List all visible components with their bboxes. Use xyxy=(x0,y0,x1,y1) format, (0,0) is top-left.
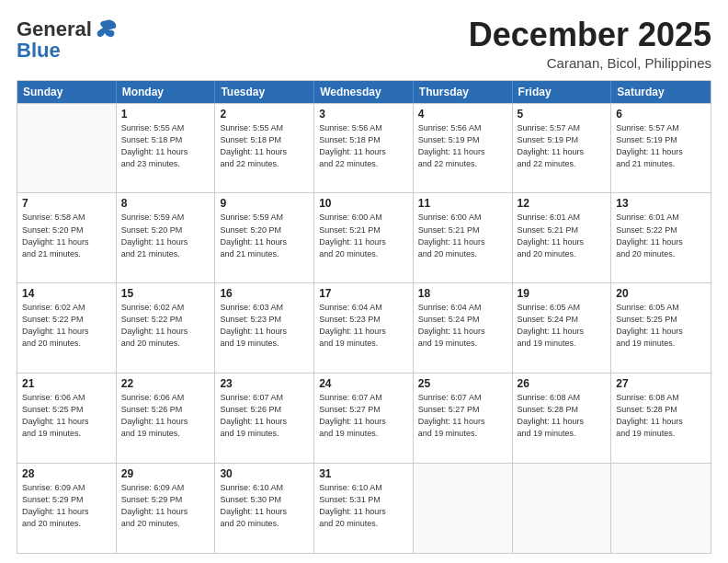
calendar-cell: 14Sunrise: 6:02 AM Sunset: 5:22 PM Dayli… xyxy=(17,283,117,373)
day-number: 25 xyxy=(418,377,507,390)
day-number: 13 xyxy=(616,197,706,210)
day-info: Sunrise: 6:08 AM Sunset: 5:28 PM Dayligh… xyxy=(616,392,706,440)
calendar-cell: 8Sunrise: 5:59 AM Sunset: 5:20 PM Daylig… xyxy=(117,193,216,282)
day-number: 15 xyxy=(121,287,210,300)
calendar-cell xyxy=(17,104,117,193)
logo-bird-icon xyxy=(94,17,119,42)
calendar-header-tuesday: Tuesday xyxy=(215,81,314,103)
calendar-week-2: 7Sunrise: 5:58 AM Sunset: 5:20 PM Daylig… xyxy=(17,192,711,282)
calendar-header-monday: Monday xyxy=(117,81,216,103)
calendar-cell xyxy=(513,464,612,553)
day-info: Sunrise: 5:59 AM Sunset: 5:20 PM Dayligh… xyxy=(121,212,210,259)
calendar-header: SundayMondayTuesdayWednesdayThursdayFrid… xyxy=(17,81,711,103)
day-info: Sunrise: 6:07 AM Sunset: 5:27 PM Dayligh… xyxy=(319,392,408,440)
day-info: Sunrise: 6:07 AM Sunset: 5:26 PM Dayligh… xyxy=(220,392,309,440)
calendar-cell: 12Sunrise: 6:01 AM Sunset: 5:21 PM Dayli… xyxy=(513,193,612,282)
day-number: 21 xyxy=(22,377,111,390)
day-number: 7 xyxy=(22,197,111,210)
calendar-cell xyxy=(611,464,711,553)
day-number: 24 xyxy=(319,377,408,390)
day-number: 18 xyxy=(418,287,507,300)
day-info: Sunrise: 6:01 AM Sunset: 5:21 PM Dayligh… xyxy=(518,212,607,259)
calendar-cell: 16Sunrise: 6:03 AM Sunset: 5:23 PM Dayli… xyxy=(215,283,314,373)
calendar-cell: 15Sunrise: 6:02 AM Sunset: 5:22 PM Dayli… xyxy=(117,283,216,373)
calendar-cell: 19Sunrise: 6:05 AM Sunset: 5:24 PM Dayli… xyxy=(513,283,612,373)
day-number: 26 xyxy=(518,377,607,390)
title-block: December 2025 Caranan, Bicol, Philippine… xyxy=(469,17,711,71)
day-number: 12 xyxy=(518,197,607,210)
day-info: Sunrise: 6:07 AM Sunset: 5:27 PM Dayligh… xyxy=(418,392,507,440)
calendar-cell: 3Sunrise: 5:56 AM Sunset: 5:18 PM Daylig… xyxy=(314,104,414,193)
day-info: Sunrise: 6:00 AM Sunset: 5:21 PM Dayligh… xyxy=(418,212,507,259)
day-info: Sunrise: 6:05 AM Sunset: 5:24 PM Dayligh… xyxy=(518,302,607,350)
calendar-week-3: 14Sunrise: 6:02 AM Sunset: 5:22 PM Dayli… xyxy=(17,282,711,373)
day-number: 10 xyxy=(319,197,408,210)
day-info: Sunrise: 6:10 AM Sunset: 5:30 PM Dayligh… xyxy=(220,482,309,530)
day-info: Sunrise: 5:57 AM Sunset: 5:19 PM Dayligh… xyxy=(518,122,607,170)
calendar-body: 1Sunrise: 5:55 AM Sunset: 5:18 PM Daylig… xyxy=(17,103,711,553)
calendar-cell: 13Sunrise: 6:01 AM Sunset: 5:22 PM Dayli… xyxy=(611,193,711,282)
day-number: 20 xyxy=(616,287,706,300)
calendar-cell: 6Sunrise: 5:57 AM Sunset: 5:19 PM Daylig… xyxy=(611,104,711,193)
day-info: Sunrise: 5:58 AM Sunset: 5:20 PM Dayligh… xyxy=(22,212,111,259)
calendar-cell: 2Sunrise: 5:55 AM Sunset: 5:18 PM Daylig… xyxy=(215,104,314,193)
day-number: 8 xyxy=(121,197,210,210)
calendar-cell: 20Sunrise: 6:05 AM Sunset: 5:25 PM Dayli… xyxy=(611,283,711,373)
day-number: 6 xyxy=(616,108,706,121)
calendar-cell: 4Sunrise: 5:56 AM Sunset: 5:19 PM Daylig… xyxy=(414,104,513,193)
month-title: December 2025 xyxy=(469,17,711,53)
calendar-cell: 24Sunrise: 6:07 AM Sunset: 5:27 PM Dayli… xyxy=(314,373,414,463)
day-info: Sunrise: 6:06 AM Sunset: 5:25 PM Dayligh… xyxy=(22,392,111,440)
calendar-cell: 10Sunrise: 6:00 AM Sunset: 5:21 PM Dayli… xyxy=(314,193,414,282)
calendar-header-sunday: Sunday xyxy=(17,81,117,103)
calendar-cell xyxy=(414,464,513,553)
calendar-cell: 23Sunrise: 6:07 AM Sunset: 5:26 PM Dayli… xyxy=(215,373,314,463)
day-info: Sunrise: 6:09 AM Sunset: 5:29 PM Dayligh… xyxy=(121,482,210,530)
day-number: 19 xyxy=(518,287,607,300)
day-info: Sunrise: 6:02 AM Sunset: 5:22 PM Dayligh… xyxy=(22,302,111,350)
day-number: 17 xyxy=(319,287,408,300)
day-info: Sunrise: 5:55 AM Sunset: 5:18 PM Dayligh… xyxy=(121,122,210,170)
day-number: 28 xyxy=(22,467,111,480)
day-number: 23 xyxy=(220,377,309,390)
day-number: 5 xyxy=(518,108,607,121)
day-number: 2 xyxy=(220,108,309,121)
calendar-week-5: 28Sunrise: 6:09 AM Sunset: 5:29 PM Dayli… xyxy=(17,463,711,553)
calendar-cell: 29Sunrise: 6:09 AM Sunset: 5:29 PM Dayli… xyxy=(117,464,216,553)
calendar-cell: 7Sunrise: 5:58 AM Sunset: 5:20 PM Daylig… xyxy=(17,193,117,282)
calendar-cell: 9Sunrise: 5:59 AM Sunset: 5:20 PM Daylig… xyxy=(215,193,314,282)
day-number: 27 xyxy=(616,377,706,390)
day-info: Sunrise: 6:00 AM Sunset: 5:21 PM Dayligh… xyxy=(319,212,408,259)
calendar-cell: 22Sunrise: 6:06 AM Sunset: 5:26 PM Dayli… xyxy=(117,373,216,463)
day-number: 1 xyxy=(121,108,210,121)
page: General Blue December 2025 Caranan, Bico… xyxy=(0,0,728,563)
day-info: Sunrise: 5:59 AM Sunset: 5:20 PM Dayligh… xyxy=(220,212,309,259)
day-info: Sunrise: 6:10 AM Sunset: 5:31 PM Dayligh… xyxy=(319,482,408,530)
location: Caranan, Bicol, Philippines xyxy=(469,55,711,71)
calendar-cell: 21Sunrise: 6:06 AM Sunset: 5:25 PM Dayli… xyxy=(17,373,117,463)
day-number: 29 xyxy=(121,467,210,480)
day-info: Sunrise: 6:02 AM Sunset: 5:22 PM Dayligh… xyxy=(121,302,210,350)
day-info: Sunrise: 5:56 AM Sunset: 5:18 PM Dayligh… xyxy=(319,122,408,170)
day-info: Sunrise: 6:03 AM Sunset: 5:23 PM Dayligh… xyxy=(220,302,309,350)
day-number: 22 xyxy=(121,377,210,390)
calendar-week-1: 1Sunrise: 5:55 AM Sunset: 5:18 PM Daylig… xyxy=(17,103,711,193)
day-info: Sunrise: 6:05 AM Sunset: 5:25 PM Dayligh… xyxy=(616,302,706,350)
day-info: Sunrise: 6:08 AM Sunset: 5:28 PM Dayligh… xyxy=(518,392,607,440)
day-number: 30 xyxy=(220,467,309,480)
day-number: 11 xyxy=(418,197,507,210)
calendar-cell: 11Sunrise: 6:00 AM Sunset: 5:21 PM Dayli… xyxy=(414,193,513,282)
calendar-cell: 27Sunrise: 6:08 AM Sunset: 5:28 PM Dayli… xyxy=(611,373,711,463)
day-info: Sunrise: 6:01 AM Sunset: 5:22 PM Dayligh… xyxy=(616,212,706,259)
day-info: Sunrise: 6:06 AM Sunset: 5:26 PM Dayligh… xyxy=(121,392,210,440)
day-info: Sunrise: 6:04 AM Sunset: 5:24 PM Dayligh… xyxy=(418,302,507,350)
day-info: Sunrise: 5:55 AM Sunset: 5:18 PM Dayligh… xyxy=(220,122,309,170)
calendar-week-4: 21Sunrise: 6:06 AM Sunset: 5:25 PM Dayli… xyxy=(17,373,711,463)
day-info: Sunrise: 5:56 AM Sunset: 5:19 PM Dayligh… xyxy=(418,122,507,170)
calendar-cell: 31Sunrise: 6:10 AM Sunset: 5:31 PM Dayli… xyxy=(314,464,414,553)
calendar-cell: 1Sunrise: 5:55 AM Sunset: 5:18 PM Daylig… xyxy=(117,104,216,193)
calendar-cell: 28Sunrise: 6:09 AM Sunset: 5:29 PM Dayli… xyxy=(17,464,117,553)
calendar-cell: 18Sunrise: 6:04 AM Sunset: 5:24 PM Dayli… xyxy=(414,283,513,373)
calendar-header-wednesday: Wednesday xyxy=(314,81,414,103)
calendar-header-thursday: Thursday xyxy=(414,81,513,103)
